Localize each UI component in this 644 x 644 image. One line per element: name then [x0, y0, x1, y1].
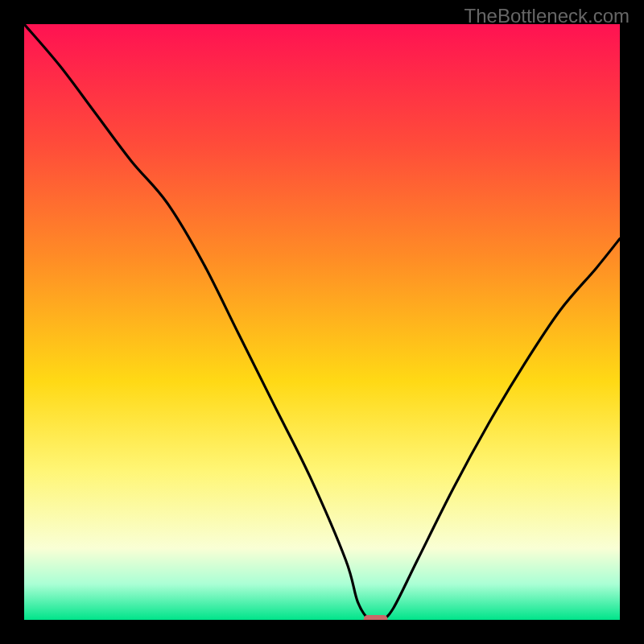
chart-container: TheBottleneck.com: [0, 0, 644, 644]
optimal-marker: [364, 615, 388, 620]
watermark-label: TheBottleneck.com: [464, 5, 630, 27]
chart-background: [24, 24, 620, 620]
plot-area: [24, 24, 620, 620]
bottleneck-chart: [24, 24, 620, 620]
